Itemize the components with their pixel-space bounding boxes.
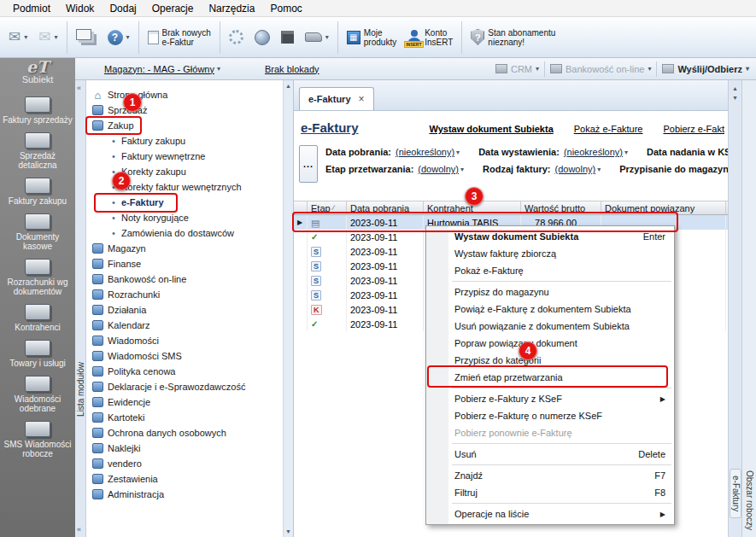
magazyn-selector[interactable]: Magazyn: - MAG - Główny ▾ xyxy=(104,64,220,74)
moje-produkty-button[interactable]: ▦ Moje produkty xyxy=(342,20,401,55)
menu-item-usun[interactable]: Usuń Delete xyxy=(426,446,674,463)
tree-item-kalendarz[interactable]: Kalendarz xyxy=(86,318,283,333)
obszar-roboczy-strip[interactable]: Obszar roboczy xyxy=(741,80,756,537)
konto-insert-button[interactable]: INSERT Konto InsERT xyxy=(402,20,458,55)
module-towary-i-uslugi[interactable]: Towary i usługi xyxy=(0,336,75,371)
online-services-button[interactable] xyxy=(249,20,275,55)
filter-rodzaj-dropdown[interactable]: (dowolny) ▾ xyxy=(554,164,601,174)
tree-item-kartoteki[interactable]: Kartoteki xyxy=(86,410,283,425)
column-data-pobrania[interactable]: Data pobrania xyxy=(347,201,424,214)
tree-item-korekty-faktur-wewnetrznych[interactable]: •Korekty faktur wewnętrznych xyxy=(86,179,283,195)
tree-item-zestawienia[interactable]: Zestawienia xyxy=(86,471,283,487)
module-cube-button[interactable] xyxy=(276,20,299,55)
mail-button[interactable]: ✉ ▾ xyxy=(33,20,62,55)
menu-item-powiaz-e-fakture[interactable]: Powiąż e-Fakturę z dokumentem Subiekta xyxy=(426,301,674,318)
menu-item-operacje-na-liscie[interactable]: Operacje na liście ▶ xyxy=(426,505,674,522)
menu-item-usun-powiazanie[interactable]: Usuń powiązanie z dokumentem Subiekta xyxy=(426,318,674,335)
menu-dodaj[interactable]: Dodaj xyxy=(102,1,144,16)
tree-item-finanse[interactable]: Finanse xyxy=(86,256,283,271)
tree-item-administracja[interactable]: Administracja xyxy=(86,487,283,502)
menu-item-pobierz-e-faktury-z-ksef[interactable]: Pobierz e-Faktury z KSeF ▶ xyxy=(426,390,674,407)
module-dokumenty-kasowe[interactable]: Dokumenty kasowe xyxy=(0,209,75,254)
menu-item-wystaw-dokument-subiekta[interactable]: Wystaw dokument Subiekta Enter xyxy=(426,228,674,245)
collapse-left-icon[interactable]: « xyxy=(77,525,81,534)
tree-item-wiadomosci-sms[interactable]: Wiadomości SMS xyxy=(86,348,283,364)
link-wystaw-dokument-subiekta[interactable]: Wystaw dokument Subiekta xyxy=(429,124,553,134)
menu-item-filtruj[interactable]: Filtruj F8 xyxy=(426,484,674,501)
tree-scrollbar[interactable]: ▲ ▼ xyxy=(283,80,294,537)
module-sprzedaz-detaliczna[interactable]: Sprzedaż detaliczna xyxy=(0,128,75,173)
menu-item-znajdz[interactable]: Znajdź F7 xyxy=(426,467,674,484)
menu-pomoc[interactable]: Pomoc xyxy=(262,1,309,16)
scroll-down-icon[interactable]: ▼ xyxy=(285,528,291,534)
module-faktury-zakupu[interactable]: Faktury zakupu xyxy=(0,173,75,209)
module-sms-robocze[interactable]: SMS Wiadomości robocze xyxy=(0,417,75,462)
wyslij-odbierz-button[interactable]: Wyślij/Odbierz ▾ xyxy=(662,64,749,74)
tree-item-korekty-zakupu[interactable]: •Korekty zakupu xyxy=(86,164,283,179)
mail-send-button[interactable]: ✉ ▾ xyxy=(3,20,32,55)
efaktury-status-button[interactable]: Brak nowych e-Faktur xyxy=(143,20,216,55)
module-rozrachunki[interactable]: Rozrachunki wg dokumentów xyxy=(0,254,75,300)
tree-item-wiadomosci[interactable]: Wiadomości xyxy=(86,333,283,348)
module-wiadomosci-odebrane[interactable]: Wiadomości odebrane xyxy=(0,371,75,417)
bankowosc-button[interactable]: Bankowość on-line ▾ xyxy=(550,64,651,74)
tree-item-noty-korygujace[interactable]: •Noty korygujące xyxy=(86,210,283,225)
menu-narzedzia[interactable]: Narzędzia xyxy=(201,1,262,16)
tree-item-faktury-wewnetrzne[interactable]: •Faktury wewnętrzne xyxy=(86,149,283,164)
menu-item-przypisz-do-magazynu[interactable]: Przypisz do magazynu xyxy=(426,283,674,301)
tree-item-strona-glowna[interactable]: ⌂Strona główna xyxy=(86,87,283,102)
tree-item-ewidencje[interactable]: Ewidencje xyxy=(86,394,283,410)
tree-item-naklejki[interactable]: Naklejki xyxy=(86,441,283,456)
filter-more-button[interactable]: ... xyxy=(299,145,318,183)
filter-data-wystawienia-dropdown[interactable]: (nieokreślony) ▾ xyxy=(564,147,628,157)
tree-item-e-faktury[interactable]: •e-Faktury xyxy=(86,195,283,210)
shipping-button[interactable]: ▾ xyxy=(300,20,334,55)
column-wartosc-brutto[interactable]: Wartość brutto xyxy=(521,201,601,214)
column-etap[interactable]: Etap∕ xyxy=(308,201,347,214)
marker-column-header[interactable] xyxy=(294,201,308,214)
menu-item-popraw-powiazany-dokument[interactable]: Popraw powiązany dokument xyxy=(426,335,674,352)
module-kontrahenci[interactable]: Kontrahenci xyxy=(0,300,75,336)
sync-button[interactable] xyxy=(224,20,249,55)
link-pokaz-e-fakture[interactable]: Pokaż e-Fakture xyxy=(574,124,643,134)
menu-item-wystaw-fakture-zbiorcza[interactable]: Wystaw fakturę zbiorczą xyxy=(426,245,674,262)
tree-item-ochrona-danych[interactable]: Ochrona danych osobowych xyxy=(86,425,283,441)
column-kontrahent[interactable]: Kontrahent xyxy=(424,201,521,214)
menu-item-zmien-etap-przetwarzania[interactable]: Zmień etap przetwarzania xyxy=(426,369,674,386)
scroll-down-icon[interactable]: ▼ xyxy=(732,95,738,101)
menu-podmiot[interactable]: Podmiot xyxy=(5,1,58,16)
brak-blokady-link[interactable]: Brak blokady xyxy=(265,64,319,74)
tree-item-deklaracje[interactable]: Deklaracje i e-Sprawozdawczość xyxy=(86,379,283,394)
help-icon: ? xyxy=(108,30,123,45)
tree-item-bankowosc-on-line[interactable]: Bankowość on-line xyxy=(86,271,283,287)
tree-item-zakup[interactable]: Zakup xyxy=(86,118,283,133)
tree-item-dzialania[interactable]: Działania xyxy=(86,302,283,318)
subscription-status[interactable]: ? Stan abonamentu nieznany! xyxy=(466,20,560,55)
tab-e-faktury[interactable]: e-Faktury × xyxy=(299,87,374,110)
help-button[interactable]: ? ▾ xyxy=(103,20,135,55)
menu-item-pokaz-e-fakture[interactable]: Pokaż e-Fakturę xyxy=(426,262,674,279)
tree-item-sprzedaz[interactable]: Sprzedaż xyxy=(86,102,283,118)
vertical-tab-e-faktury[interactable]: e-Faktury xyxy=(730,469,741,518)
module-faktury-sprzedazy[interactable]: Faktury sprzedaży xyxy=(0,92,75,128)
menu-item-przypisz-do-kategorii[interactable]: Przypisz do kategorii xyxy=(426,352,674,369)
menu-item-pobierz-e-fakture-o-numerze-ksef[interactable]: Pobierz e-Fakturę o numerze KSeF xyxy=(426,407,674,424)
scroll-up-icon[interactable]: ▲ xyxy=(285,83,291,89)
tree-item-rozrachunki[interactable]: Rozrachunki xyxy=(86,287,283,302)
scroll-up-icon[interactable]: ▲ xyxy=(732,85,738,91)
menu-operacje[interactable]: Operacje xyxy=(144,1,202,16)
tree-item-faktury-zakupu[interactable]: •Faktury zakupu xyxy=(86,133,283,149)
crm-button[interactable]: CRM ▾ xyxy=(495,64,539,74)
tree-item-zamowienia-do-dostawcow[interactable]: •Zamówienia do dostawców xyxy=(86,225,283,241)
tree-item-polityka-cenowa[interactable]: Polityka cenowa xyxy=(86,364,283,379)
menu-widok[interactable]: Widok xyxy=(58,1,102,16)
link-pobierz-e-fakture[interactable]: Pobierz e-Fakt xyxy=(663,124,724,134)
close-icon[interactable]: × xyxy=(359,93,365,105)
tree-item-vendero[interactable]: vendero xyxy=(86,456,283,471)
filter-etap-dropdown[interactable]: (dowolny) ▾ xyxy=(418,164,464,174)
filter-data-pobrania-dropdown[interactable]: (nieokreślony) ▾ xyxy=(396,147,460,157)
collapse-left-icon[interactable]: « xyxy=(77,84,81,92)
column-dokument-powiazany[interactable]: Dokument powiązany xyxy=(601,201,726,214)
tree-item-magazyn[interactable]: Magazyn xyxy=(86,241,283,256)
copies-button[interactable] xyxy=(71,20,102,55)
